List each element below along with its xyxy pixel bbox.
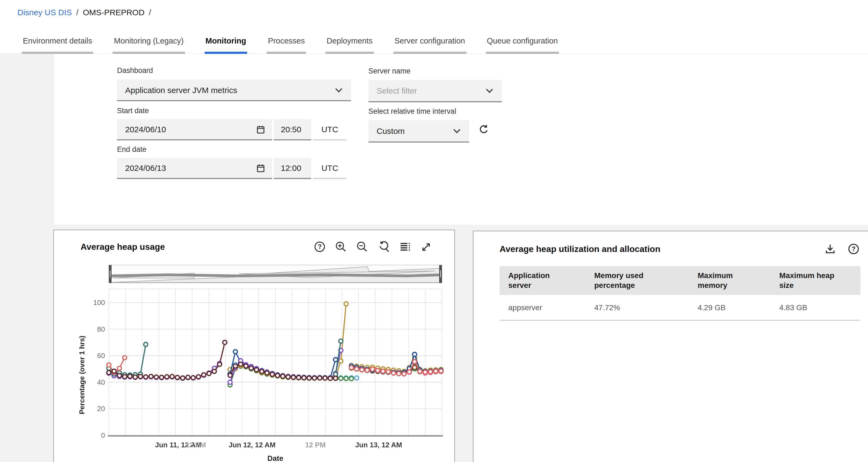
data-point[interactable] bbox=[117, 374, 121, 378]
data-point[interactable] bbox=[392, 371, 396, 375]
data-point[interactable] bbox=[191, 376, 195, 380]
data-point[interactable] bbox=[323, 376, 327, 380]
data-point[interactable] bbox=[133, 375, 137, 379]
end-time-input[interactable]: 12:00 bbox=[274, 158, 311, 179]
breadcrumb-root-link[interactable]: Disney US DIS bbox=[18, 8, 72, 17]
tab-deployments[interactable]: Deployments bbox=[326, 30, 374, 54]
data-point[interactable] bbox=[407, 370, 411, 374]
data-point[interactable] bbox=[144, 342, 148, 346]
data-point[interactable] bbox=[349, 366, 353, 370]
data-point[interactable] bbox=[123, 356, 127, 360]
data-point[interactable] bbox=[144, 375, 148, 379]
data-point[interactable] bbox=[307, 376, 311, 380]
data-point[interactable] bbox=[170, 374, 174, 378]
data-point[interactable] bbox=[275, 373, 279, 377]
help-icon[interactable]: ? bbox=[848, 243, 859, 255]
data-point[interactable] bbox=[354, 376, 359, 380]
data-point[interactable] bbox=[412, 365, 416, 369]
data-point[interactable] bbox=[265, 371, 269, 375]
data-point[interactable] bbox=[233, 364, 237, 368]
data-point[interactable] bbox=[434, 369, 438, 373]
calendar-icon[interactable] bbox=[256, 124, 266, 134]
data-point[interactable] bbox=[154, 375, 158, 379]
data-point[interactable] bbox=[334, 358, 338, 362]
download-icon[interactable] bbox=[825, 243, 836, 255]
data-point[interactable] bbox=[344, 302, 348, 306]
data-point[interactable] bbox=[439, 369, 443, 373]
data-point[interactable] bbox=[239, 362, 243, 366]
data-point[interactable] bbox=[339, 339, 343, 343]
data-point[interactable] bbox=[360, 368, 364, 372]
data-point[interactable] bbox=[112, 369, 116, 373]
data-point[interactable] bbox=[302, 376, 306, 380]
tab-processes[interactable]: Processes bbox=[267, 30, 306, 54]
data-point[interactable] bbox=[159, 375, 163, 379]
relative-interval-select[interactable]: Custom bbox=[368, 120, 469, 143]
data-point[interactable] bbox=[317, 376, 321, 380]
calendar-icon[interactable] bbox=[256, 163, 266, 173]
data-point[interactable] bbox=[212, 369, 216, 373]
table-row[interactable]: appserver47.72%4.29 GB4.83 GB bbox=[500, 295, 860, 320]
data-point[interactable] bbox=[386, 370, 390, 374]
data-point[interactable] bbox=[412, 352, 416, 357]
data-point[interactable] bbox=[334, 376, 338, 380]
end-date-input[interactable]: 2024/06/13 bbox=[117, 158, 272, 179]
data-point[interactable] bbox=[165, 375, 169, 379]
data-point[interactable] bbox=[297, 375, 301, 379]
server-name-select[interactable]: Select filter bbox=[368, 80, 502, 102]
data-point[interactable] bbox=[376, 368, 380, 372]
data-point[interactable] bbox=[181, 376, 185, 380]
data-point[interactable] bbox=[412, 360, 416, 364]
data-point[interactable] bbox=[202, 373, 206, 377]
data-point[interactable] bbox=[107, 371, 111, 375]
tab-monitoring[interactable]: Monitoring bbox=[204, 30, 247, 54]
data-point[interactable] bbox=[196, 375, 200, 379]
data-point[interactable] bbox=[254, 368, 258, 372]
data-point[interactable] bbox=[249, 366, 253, 370]
data-point[interactable] bbox=[244, 364, 248, 368]
data-point[interactable] bbox=[123, 375, 127, 379]
data-point[interactable] bbox=[233, 350, 237, 354]
data-point[interactable] bbox=[344, 376, 348, 381]
data-point[interactable] bbox=[207, 371, 211, 375]
refresh-icon[interactable] bbox=[478, 124, 490, 135]
data-point[interactable] bbox=[175, 375, 179, 379]
data-point[interactable] bbox=[186, 375, 190, 379]
data-point[interactable] bbox=[259, 369, 264, 374]
data-point[interactable] bbox=[428, 370, 432, 374]
data-point[interactable] bbox=[149, 374, 153, 378]
data-point[interactable] bbox=[370, 367, 374, 371]
tab-queue-configuration[interactable]: Queue configuration bbox=[486, 30, 559, 54]
data-point[interactable] bbox=[270, 372, 274, 376]
data-point[interactable] bbox=[217, 362, 221, 366]
data-point[interactable] bbox=[223, 340, 227, 344]
data-point[interactable] bbox=[354, 367, 359, 371]
data-point[interactable] bbox=[128, 374, 132, 378]
data-point[interactable] bbox=[349, 376, 353, 381]
data-point[interactable] bbox=[138, 374, 143, 378]
data-point[interactable] bbox=[281, 374, 285, 378]
data-point[interactable] bbox=[402, 372, 406, 376]
data-point[interactable] bbox=[423, 370, 427, 374]
data-point[interactable] bbox=[117, 366, 121, 370]
data-point[interactable] bbox=[107, 363, 111, 367]
data-point[interactable] bbox=[312, 376, 316, 380]
data-point[interactable] bbox=[339, 359, 343, 363]
data-point[interactable] bbox=[328, 376, 332, 380]
heap-usage-chart[interactable]: 020406080100Jun 11, 12 AM12 PMJun 12, 12… bbox=[54, 230, 455, 462]
tab-environment-details[interactable]: Environment details bbox=[22, 30, 93, 54]
data-point[interactable] bbox=[397, 371, 401, 375]
start-date-input[interactable]: 2024/06/10 bbox=[117, 119, 272, 141]
tab-server-configuration[interactable]: Server configuration bbox=[393, 30, 466, 54]
data-point[interactable] bbox=[418, 369, 422, 373]
start-time-input[interactable]: 20:50 bbox=[274, 119, 311, 141]
data-point[interactable] bbox=[228, 380, 232, 384]
data-point[interactable] bbox=[291, 375, 296, 379]
data-point[interactable] bbox=[286, 375, 290, 379]
data-point[interactable] bbox=[339, 376, 343, 380]
data-point[interactable] bbox=[381, 369, 385, 373]
data-point[interactable] bbox=[228, 373, 232, 377]
data-point[interactable] bbox=[365, 368, 369, 372]
dashboard-select[interactable]: Application server JVM metrics bbox=[117, 80, 351, 101]
tab-monitoring-legacy-[interactable]: Monitoring (Legacy) bbox=[113, 30, 185, 54]
